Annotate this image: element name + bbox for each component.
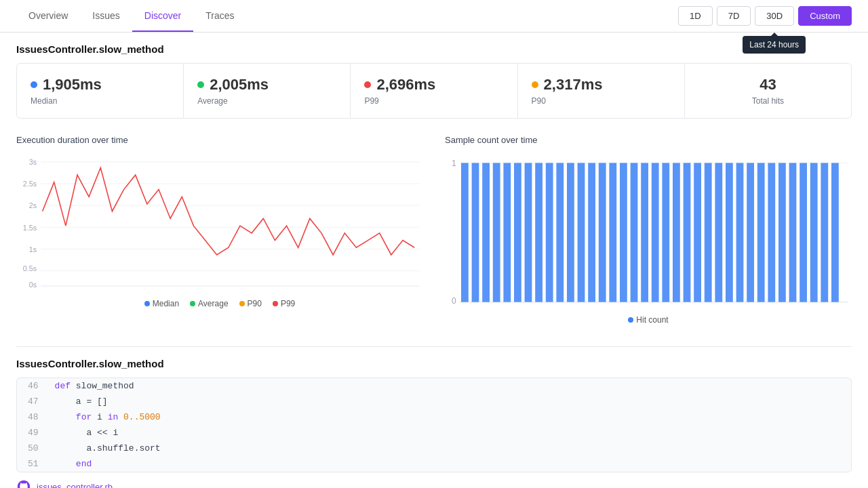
- line-num-48: 48: [17, 411, 47, 424]
- time-custom-button[interactable]: Custom: [798, 6, 852, 26]
- time-30d-button[interactable]: 30D: [755, 6, 794, 26]
- execution-duration-chart: Execution duration over time 3s 2.5s 2s …: [16, 135, 423, 325]
- svg-rect-46: [705, 163, 712, 302]
- code-section: IssuesController.slow_method 46 def slow…: [16, 358, 852, 488]
- line-code-48: for i in 0..5000: [47, 411, 169, 424]
- line-code-46: def slow_method: [47, 380, 142, 392]
- svg-rect-42: [662, 163, 669, 302]
- svg-rect-23: [461, 163, 469, 302]
- top-nav: Overview Issues Discover Traces 1D 7D 30…: [0, 0, 868, 33]
- chart2-svg: 1 0: [445, 153, 852, 308]
- section-divider: [16, 346, 852, 347]
- tab-discover[interactable]: Discover: [132, 1, 193, 32]
- stat-p90-value: 2,317ms: [532, 76, 671, 94]
- stats-row: 1,905ms Median 2,005ms Average 2,696ms P…: [16, 63, 852, 119]
- svg-rect-54: [789, 163, 797, 302]
- svg-text:2.5s: 2.5s: [23, 180, 37, 188]
- svg-text:0.5s: 0.5s: [23, 264, 37, 272]
- line-code-51: end: [47, 458, 100, 470]
- svg-rect-40: [641, 163, 648, 302]
- p99-dot: [364, 81, 371, 88]
- legend-p90: P90: [239, 299, 262, 308]
- sample-count-chart: Sample count over time 1 0: [445, 135, 852, 325]
- svg-rect-43: [673, 163, 680, 302]
- code-line-51: 51 end: [17, 456, 851, 472]
- svg-rect-51: [757, 163, 765, 302]
- time-7d-button[interactable]: 7D: [717, 6, 751, 26]
- svg-rect-56: [810, 163, 818, 302]
- svg-text:9 Nov: 9 Nov: [33, 290, 53, 291]
- svg-rect-33: [567, 163, 574, 302]
- line-num-46: 46: [17, 380, 47, 392]
- svg-text:9:24 am: 9:24 am: [192, 290, 218, 291]
- svg-rect-45: [694, 163, 701, 302]
- stat-total-hits: 43 Total hits: [685, 64, 851, 118]
- svg-text:2s: 2s: [29, 201, 37, 209]
- svg-rect-50: [747, 163, 754, 302]
- svg-rect-53: [778, 163, 786, 302]
- svg-rect-35: [588, 163, 595, 302]
- svg-rect-38: [620, 163, 627, 302]
- main-content: IssuesController.slow_method 1,905ms Med…: [0, 33, 868, 488]
- stat-p99: 2,696ms P99: [351, 64, 517, 118]
- svg-rect-49: [736, 163, 744, 302]
- section2-title: IssuesController.slow_method: [16, 358, 852, 369]
- tab-issues[interactable]: Issues: [80, 1, 132, 32]
- line-num-47: 47: [17, 395, 47, 408]
- tab-traces[interactable]: Traces: [193, 1, 246, 32]
- line-code-50: a.shuffle.sort: [47, 442, 169, 455]
- legend-average: Average: [190, 299, 228, 308]
- stat-p99-value: 2,696ms: [364, 76, 503, 94]
- svg-rect-32: [556, 163, 564, 302]
- legend-hitcount: Hit count: [628, 315, 668, 325]
- code-line-47: 47 a = []: [17, 394, 851, 409]
- legend-median-dot: [144, 301, 150, 306]
- github-icon: [16, 479, 31, 488]
- chart2-title: Sample count over time: [445, 135, 852, 145]
- svg-text:1.5s: 1.5s: [23, 224, 37, 232]
- line-code-47: a = []: [47, 395, 116, 408]
- time-1d-button[interactable]: 1D: [678, 6, 713, 26]
- code-line-46: 46 def slow_method: [17, 378, 851, 394]
- svg-text:9:48 am: 9:48 am: [355, 290, 381, 291]
- charts-row: Execution duration over time 3s 2.5s 2s …: [16, 135, 852, 325]
- stat-average: 2,005ms Average: [184, 64, 351, 118]
- svg-rect-27: [503, 163, 511, 302]
- time-controls: 1D 7D 30D Custom Last 24 hours: [678, 6, 852, 26]
- code-line-50: 50 a.shuffle.sort: [17, 441, 851, 456]
- tooltip-last24h: Last 24 hours: [743, 36, 806, 54]
- legend-median: Median: [144, 299, 179, 308]
- svg-rect-55: [800, 163, 807, 302]
- svg-rect-37: [609, 163, 616, 302]
- svg-rect-48: [726, 163, 733, 302]
- svg-rect-36: [599, 163, 606, 302]
- svg-rect-52: [768, 163, 775, 302]
- chart2-area: 1 0: [445, 153, 852, 325]
- stat-total-hits-value: 43: [698, 76, 837, 94]
- stat-p90-label: P90: [532, 96, 671, 106]
- svg-text:1s: 1s: [29, 245, 37, 253]
- nav-tabs: Overview Issues Discover Traces: [16, 1, 247, 32]
- svg-rect-30: [535, 163, 542, 302]
- svg-rect-58: [831, 163, 839, 302]
- line-num-49: 49: [17, 426, 47, 439]
- svg-rect-29: [525, 163, 532, 302]
- section1-title: IssuesController.slow_method: [16, 43, 852, 55]
- svg-text:9:24 am: 9:24 am: [637, 307, 666, 308]
- svg-rect-34: [578, 163, 585, 302]
- svg-rect-26: [493, 163, 500, 302]
- svg-text:9:12 am: 9:12 am: [552, 307, 581, 308]
- median-dot: [31, 81, 37, 88]
- svg-text:9:36 am: 9:36 am: [273, 290, 300, 291]
- line-code-49: a << i: [47, 426, 127, 439]
- svg-text:9 Nov: 9 Nov: [450, 307, 471, 308]
- stat-p90: 2,317ms P90: [518, 64, 685, 118]
- code-line-48: 48 for i in 0..5000: [17, 409, 851, 425]
- svg-text:9:48 am: 9:48 am: [806, 307, 835, 308]
- stat-median-value: 1,905ms: [31, 76, 170, 94]
- chart2-legend: Hit count: [445, 315, 852, 325]
- tab-overview[interactable]: Overview: [16, 1, 80, 32]
- average-dot: [197, 81, 204, 88]
- chart1-legend: Median Average P90 P99: [16, 299, 423, 308]
- file-link[interactable]: issues_controller.rb: [16, 479, 852, 488]
